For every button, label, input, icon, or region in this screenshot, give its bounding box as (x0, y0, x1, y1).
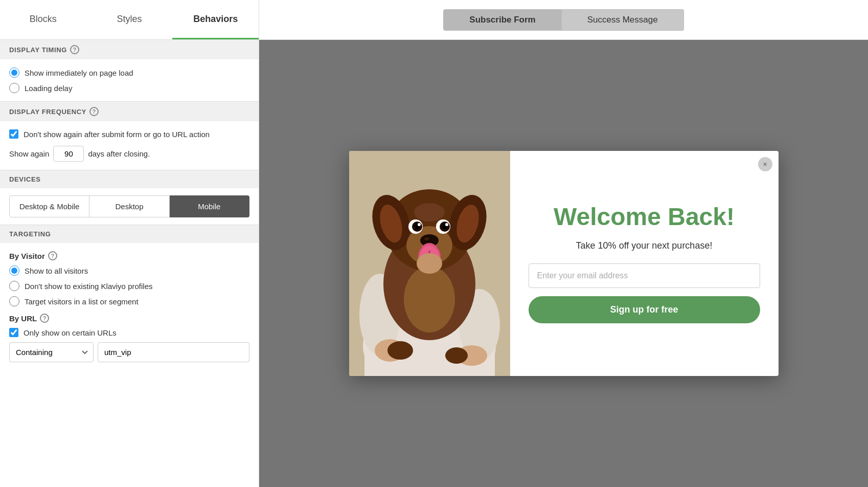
desktop-button[interactable]: Desktop (89, 195, 169, 217)
svg-point-21 (418, 223, 421, 226)
list-segment-label: Target visitors in a list or segment (25, 297, 139, 306)
no-klaviyo-radio[interactable] (9, 281, 19, 291)
svg-point-22 (445, 223, 448, 226)
header: Blocks Styles Behaviors Subscribe Form S… (0, 0, 868, 40)
show-immediately-option[interactable]: Show immediately on page load (9, 68, 249, 78)
popup-email-input[interactable] (529, 263, 760, 288)
popup: × Welcome Back! Take 10% off your next p… (349, 151, 779, 376)
svg-point-29 (387, 341, 413, 360)
dont-show-again-checkbox[interactable] (9, 129, 18, 139)
url-value-input[interactable] (98, 342, 249, 362)
popup-subtitle: Take 10% off your next purchase! (576, 240, 713, 251)
sidebar: DISPLAY TIMING ? Show immediately on pag… (0, 40, 259, 487)
devices-row: Desktop & Mobile Desktop Mobile (9, 195, 249, 217)
popup-image (349, 151, 510, 376)
loading-delay-option[interactable]: Loading delay (9, 83, 249, 93)
targeting-content: By Visitor ? Show to all visitors Don't … (0, 243, 259, 370)
url-row: Containing Exactly Starting with Ending … (9, 342, 249, 362)
show-immediately-radio[interactable] (9, 68, 19, 78)
svg-point-28 (414, 203, 445, 222)
display-frequency-label: DISPLAY FREQUENCY (9, 108, 86, 116)
show-again-suffix: days after closing. (88, 149, 150, 158)
days-input[interactable] (53, 146, 84, 162)
svg-point-27 (417, 253, 442, 274)
svg-point-24 (424, 237, 429, 240)
popup-content: × Welcome Back! Take 10% off your next p… (510, 151, 779, 376)
tab-blocks[interactable]: Blocks (0, 0, 86, 39)
dont-show-again-option[interactable]: Don't show again after submit form or go… (9, 129, 249, 139)
targeting-header: TARGETING (0, 225, 259, 243)
only-certain-urls-label: Only show on certain URLs (24, 328, 117, 337)
preview-tab-group: Subscribe Form Success Message (259, 0, 868, 39)
only-certain-urls-option[interactable]: Only show on certain URLs (9, 328, 249, 337)
all-visitors-radio[interactable] (9, 265, 19, 276)
devices-label: DEVICES (9, 175, 41, 183)
display-timing-header: DISPLAY TIMING ? (0, 40, 259, 59)
main-layout: DISPLAY TIMING ? Show immediately on pag… (0, 40, 868, 487)
list-segment-radio[interactable] (9, 296, 19, 306)
all-visitors-option[interactable]: Show to all visitors (9, 265, 249, 276)
targeting-label: TARGETING (9, 230, 51, 238)
display-frequency-content: Don't show again after submit form or go… (0, 121, 259, 170)
tab-success-message[interactable]: Success Message (562, 9, 684, 31)
no-klaviyo-label: Don't show to existing Klaviyo profiles (25, 282, 152, 291)
svg-point-30 (445, 347, 468, 364)
svg-point-8 (404, 266, 455, 333)
dog-illustration (349, 151, 510, 376)
tab-styles[interactable]: Styles (86, 0, 173, 39)
show-immediately-label: Show immediately on page load (25, 69, 133, 77)
by-url-label: By URL ? (9, 314, 249, 323)
display-frequency-header: DISPLAY FREQUENCY ? (0, 101, 259, 121)
by-visitor-help-icon[interactable]: ? (48, 251, 57, 260)
display-frequency-help-icon[interactable]: ? (89, 107, 99, 116)
show-again-row: Show again days after closing. (9, 146, 249, 162)
only-certain-urls-checkbox[interactable] (9, 328, 18, 337)
tab-subscribe-form[interactable]: Subscribe Form (443, 9, 561, 31)
loading-delay-radio[interactable] (9, 83, 19, 93)
dont-show-again-label: Don't show again after submit form or go… (24, 130, 210, 139)
popup-close-button[interactable]: × (758, 157, 772, 171)
display-timing-help-icon[interactable]: ? (70, 45, 79, 54)
url-condition-dropdown[interactable]: Containing Exactly Starting with Ending … (9, 342, 94, 362)
preview-area: × Welcome Back! Take 10% off your next p… (259, 40, 868, 487)
by-url-help-icon[interactable]: ? (40, 314, 49, 323)
tab-behaviors[interactable]: Behaviors (172, 0, 259, 39)
by-visitor-label: By Visitor ? (9, 251, 249, 260)
all-visitors-label: Show to all visitors (25, 267, 88, 275)
popup-submit-button[interactable]: Sign up for free (529, 296, 760, 323)
no-klaviyo-option[interactable]: Don't show to existing Klaviyo profiles (9, 281, 249, 291)
list-segment-option[interactable]: Target visitors in a list or segment (9, 296, 249, 306)
popup-title: Welcome Back! (554, 204, 735, 231)
left-tab-group: Blocks Styles Behaviors (0, 0, 259, 39)
desktop-mobile-button[interactable]: Desktop & Mobile (9, 195, 89, 217)
mobile-button[interactable]: Mobile (170, 195, 249, 217)
devices-header: DEVICES (0, 170, 259, 188)
show-again-prefix: Show again (9, 149, 49, 158)
display-timing-content: Show immediately on page load Loading de… (0, 59, 259, 101)
loading-delay-label: Loading delay (25, 84, 72, 93)
display-timing-label: DISPLAY TIMING (9, 46, 67, 54)
